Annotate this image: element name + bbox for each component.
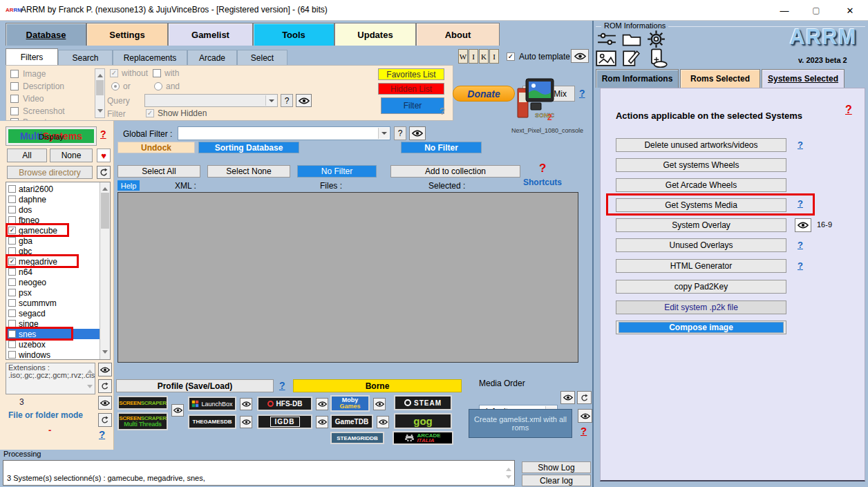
systems-list[interactable]: atari2600daphnedosfbneogamecubegbagbcmeg… — [6, 182, 111, 360]
tab-gamelist[interactable]: Gamelist — [168, 23, 253, 46]
system-overlay-button[interactable]: System Overlay — [616, 218, 786, 232]
subtab-replacements[interactable]: Replacements — [113, 50, 187, 65]
image-icon[interactable] — [596, 50, 616, 66]
tab-database[interactable]: Database — [6, 23, 86, 46]
global-filter-combobox[interactable] — [178, 126, 390, 140]
system-row-megadrive[interactable]: megadrive — [7, 256, 100, 267]
subtab-search[interactable]: Search — [58, 50, 113, 65]
system-checkbox[interactable] — [8, 341, 16, 348]
mode-refresh-button[interactable] — [98, 413, 112, 427]
delete-unused-artworks-button[interactable]: Delete unused artworks/videos — [616, 138, 786, 152]
auto-template-eye-button[interactable] — [571, 49, 589, 63]
tab-updates[interactable]: Updates — [334, 23, 416, 46]
thegamesdb-eye-button[interactable] — [240, 416, 252, 428]
subtab-filters[interactable]: Filters — [6, 48, 58, 65]
filter-button[interactable]: Filter — [381, 97, 444, 114]
close-button[interactable]: ✕ — [832, 0, 868, 21]
gametdb-eye-button[interactable] — [377, 416, 389, 428]
tab-systems-selected[interactable]: Systems Selected — [762, 69, 845, 88]
wiki-button[interactable]: W I K I — [458, 49, 499, 64]
mobygames-button[interactable]: MobyGames — [330, 395, 370, 412]
gear-icon[interactable] — [647, 30, 666, 48]
filters-help[interactable]: ? — [440, 106, 445, 117]
select-no-systems-button[interactable]: None — [50, 149, 93, 162]
global-filter-help-button[interactable]: ? — [394, 126, 406, 140]
get-systems-media-help[interactable]: ? — [798, 198, 803, 209]
refresh-directory-button[interactable] — [97, 166, 111, 179]
extensions-refresh-button[interactable] — [98, 379, 112, 393]
media-order-eye-button[interactable] — [560, 391, 575, 404]
system-checkbox[interactable] — [8, 289, 16, 296]
profile-help[interactable]: ? — [279, 380, 285, 391]
arcadeitalia-button[interactable]: ARCADEITALIA — [393, 431, 453, 445]
tab-settings[interactable]: Settings — [86, 23, 168, 46]
chevron-down-icon[interactable] — [265, 95, 276, 106]
description-checkbox[interactable] — [10, 82, 19, 90]
or-radio[interactable] — [111, 82, 120, 90]
subtab-select[interactable]: Select — [237, 50, 287, 65]
show-mix-help[interactable]: ? — [579, 88, 585, 99]
multisystems-help[interactable]: ? — [100, 128, 106, 140]
mode-eye-button[interactable] — [98, 396, 112, 410]
scroll-up-icon[interactable] — [87, 367, 93, 373]
or-option[interactable]: or — [111, 82, 131, 91]
system-checkbox[interactable] — [8, 320, 16, 327]
no-filter-button[interactable]: No Filter — [297, 165, 377, 178]
chevron-down-icon[interactable] — [378, 128, 389, 139]
select-all-systems-button[interactable]: All — [7, 149, 47, 162]
scroll-down-icon[interactable] — [506, 475, 511, 481]
thegamesdb-button[interactable]: THEGAMESDB — [188, 414, 236, 429]
system-checkbox[interactable] — [8, 227, 16, 234]
tab-rom-informations[interactable]: Rom Informations — [596, 69, 679, 88]
gog-button[interactable]: gog — [394, 413, 452, 429]
no-filter-button-top[interactable]: No Filter — [401, 142, 482, 153]
system-checkbox[interactable] — [8, 268, 16, 276]
get-systems-media-button[interactable]: Get Systems Media — [616, 198, 786, 212]
system-row-daphne[interactable]: daphne — [7, 194, 100, 204]
maximize-button[interactable]: ▢ — [800, 0, 832, 21]
query-eye-button[interactable] — [296, 94, 312, 107]
minimize-button[interactable]: — — [768, 0, 800, 21]
hidden-list-button[interactable]: Hidden List — [378, 83, 444, 95]
launchbox-button[interactable]: LaunchBox — [188, 397, 236, 411]
show-log-button[interactable]: Show Log — [522, 461, 591, 473]
edit-p2k-file-button[interactable]: Edit system .p2k file — [616, 300, 786, 314]
system-checkbox[interactable] — [8, 247, 16, 255]
scroll-down-icon[interactable] — [102, 350, 108, 356]
select-all-button[interactable]: Select All — [117, 165, 200, 178]
query-combobox[interactable] — [144, 94, 278, 107]
panel-divider[interactable] — [592, 21, 594, 487]
system-checkbox[interactable] — [8, 237, 16, 245]
with-checkbox[interactable] — [153, 69, 161, 77]
launchbox-eye-button[interactable] — [240, 398, 252, 410]
create-gamelist-help[interactable]: ? — [581, 425, 587, 437]
screenscraper-multithreads-button[interactable]: SCREENSCRAPER Multi Threads — [117, 412, 168, 430]
igdb-button[interactable]: IGDB — [257, 414, 312, 429]
mobygames-eye-button[interactable] — [373, 398, 386, 410]
scroll-up-icon[interactable] — [506, 465, 511, 471]
log-box[interactable]: 3 Systeme(s) selectionné(s) : gamecube, … — [3, 460, 515, 486]
borne-button[interactable]: Borne — [293, 379, 462, 392]
system-row-singe[interactable]: singe — [7, 318, 100, 329]
system-row-snes[interactable]: snes — [7, 329, 100, 339]
delete-unused-artworks-help[interactable]: ? — [798, 140, 803, 150]
profile-save-load-button[interactable]: Profile (Save/Load) — [116, 379, 274, 392]
screenscraper-button[interactable]: SCREENSCRAPER — [117, 396, 168, 410]
system-row-uzebox[interactable]: uzebox — [7, 339, 100, 350]
query-help-button[interactable]: ? — [281, 94, 293, 107]
tab-about[interactable]: About — [416, 23, 500, 46]
file-or-folder-mode-label[interactable]: File or folder mode — [8, 410, 83, 420]
with-option[interactable]: with — [153, 68, 179, 78]
shortcuts-help[interactable]: ? — [539, 162, 546, 175]
favorites-heart-button[interactable]: ♥ — [97, 149, 111, 162]
system-row-dos[interactable]: dos — [7, 204, 100, 215]
system-row-gbc[interactable]: gbc — [7, 246, 100, 256]
system-checkbox[interactable] — [8, 299, 16, 307]
system-checkbox[interactable] — [8, 309, 16, 317]
igdb-eye-button[interactable] — [316, 416, 328, 428]
steam-button[interactable]: STEAM — [394, 395, 452, 410]
favorites-list-button[interactable]: Favorites List — [378, 68, 444, 80]
scroll-up-icon[interactable] — [102, 184, 108, 191]
system-row-scummvm[interactable]: scummvm — [7, 298, 100, 308]
image-checkbox[interactable] — [10, 70, 19, 78]
